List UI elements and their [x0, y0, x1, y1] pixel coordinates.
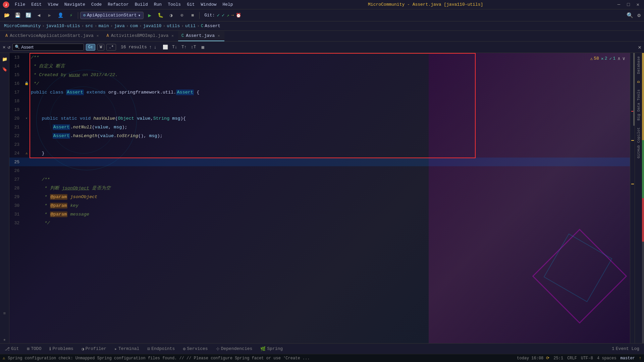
- scroll-thumb[interactable]: [633, 53, 635, 126]
- tab-assert-close[interactable]: ✕: [217, 33, 221, 38]
- scroll-gutter[interactable]: [630, 53, 635, 343]
- bc-util[interactable]: util: [185, 23, 196, 28]
- bottom-tab-dependencies[interactable]: ⊹ Dependencies: [214, 346, 255, 352]
- bottom-tab-eventlog[interactable]: 1 Event Log: [610, 346, 641, 352]
- bottom-tab-git[interactable]: ⎇ Git: [3, 346, 21, 352]
- lock-icon-16: 🔒: [24, 81, 29, 85]
- editor-area[interactable]: ⚠ 58 ✕ 2 ✓ 1 ∧ ∨ 13 /**: [9, 53, 630, 343]
- bottom-tab-problems-label: Problems: [52, 346, 73, 351]
- maximize-button[interactable]: □: [625, 1, 632, 8]
- status-position[interactable]: 25:1: [553, 356, 563, 361]
- menu-navigate[interactable]: Navigate: [62, 1, 88, 8]
- chevron-up-icon[interactable]: ∧: [618, 56, 620, 61]
- close-button[interactable]: ✕: [635, 1, 641, 8]
- bc-java110[interactable]: java110: [143, 23, 162, 28]
- far-right-panel: Database D Big Data Tools GitHub Copilot: [635, 53, 642, 343]
- case-sensitive-toggle[interactable]: Cc: [86, 44, 95, 51]
- regex-toggle[interactable]: .*: [106, 44, 116, 51]
- debug-button[interactable]: 🐛: [156, 11, 165, 20]
- bottom-tab-problems[interactable]: ℹ Problems: [47, 346, 75, 352]
- status-encoding[interactable]: UTF-8: [581, 356, 593, 361]
- code-container[interactable]: ⚠ 58 ✕ 2 ✓ 1 ∧ ∨ 13 /**: [9, 53, 630, 343]
- search-close-button[interactable]: ✕: [3, 44, 5, 50]
- menu-window[interactable]: Window: [198, 1, 219, 8]
- nav-button[interactable]: ⚡: [66, 11, 76, 20]
- bc-module[interactable]: java110-utils: [46, 23, 80, 28]
- menu-code[interactable]: Code: [89, 1, 104, 8]
- forward-button[interactable]: ▶: [45, 11, 54, 20]
- open-file-button[interactable]: 📂: [2, 11, 11, 20]
- bookmark-icon[interactable]: 🔖: [1, 66, 8, 73]
- stop-button[interactable]: ■: [188, 11, 197, 20]
- bottom-tab-spring[interactable]: 🌿 Spring: [258, 346, 285, 352]
- bottom-tab-terminal[interactable]: ▸ Terminal: [112, 346, 141, 352]
- bigdata-panel-tab[interactable]: Big Data Tools: [636, 86, 642, 124]
- tab-activities[interactable]: A ActivitiesBMOImpl.java ✕: [103, 31, 178, 41]
- bottom-tab-endpoints[interactable]: ⊡ Endpoints: [145, 346, 177, 352]
- bc-utils[interactable]: utils: [167, 23, 180, 28]
- bc-src[interactable]: src: [85, 23, 93, 28]
- coverage-button[interactable]: ◑: [166, 11, 176, 20]
- tab-activities-close[interactable]: ✕: [170, 33, 175, 38]
- search-panel-close[interactable]: ✕: [638, 44, 641, 51]
- tab-acct-close[interactable]: ✕: [96, 33, 100, 38]
- wrap-lines-button[interactable]: ⬜: [161, 43, 169, 51]
- tab-assert[interactable]: C Assert.java ✕: [178, 31, 224, 41]
- maven-panel-tab[interactable]: D: [636, 77, 642, 86]
- menu-file[interactable]: File: [12, 1, 28, 8]
- sync-button[interactable]: 🔄: [23, 11, 33, 20]
- menu-edit[interactable]: Edit: [29, 1, 44, 8]
- search-refresh-button[interactable]: ↺: [7, 44, 10, 50]
- bottom-tab-todo[interactable]: ⊞ TODO: [25, 346, 43, 352]
- menu-refactor[interactable]: Refactor: [105, 1, 131, 8]
- git-history-icon[interactable]: ⏰: [236, 13, 241, 18]
- status-line-ending[interactable]: CRLF: [567, 356, 577, 361]
- menu-tools[interactable]: Tools: [165, 1, 183, 8]
- window-title: MicroCommunity - Assert.java [java110-ut…: [236, 2, 615, 7]
- bc-microcommunity[interactable]: MicroCommunity: [4, 23, 41, 28]
- bc-main[interactable]: main: [98, 23, 109, 28]
- minimize-button[interactable]: ─: [615, 1, 622, 8]
- search-prev-button[interactable]: ↑: [149, 45, 152, 50]
- whole-word-toggle[interactable]: W: [97, 44, 104, 51]
- chevron-down-icon[interactable]: ∨: [623, 56, 625, 61]
- search-input[interactable]: [21, 45, 82, 50]
- preserve-case-button[interactable]: ↕T: [190, 43, 198, 51]
- bc-java[interactable]: java: [114, 23, 125, 28]
- database-panel-tab[interactable]: Database: [636, 53, 642, 77]
- global-search-icon[interactable]: 🔍: [625, 11, 635, 20]
- highlight-button[interactable]: ▦: [199, 43, 207, 51]
- tab-acct[interactable]: A AcctServiceApplicationStart.java ✕: [2, 31, 103, 41]
- menu-git[interactable]: Git: [184, 1, 197, 8]
- settings-icon[interactable]: ⚙: [636, 11, 642, 20]
- git-update-icon[interactable]: →: [231, 13, 234, 18]
- search-next-button[interactable]: ↓: [154, 45, 156, 50]
- menu-help[interactable]: Help: [220, 1, 235, 8]
- fold-icon-20[interactable]: ▾: [25, 116, 28, 120]
- user-button[interactable]: 👤: [56, 11, 65, 20]
- status-indent[interactable]: 4 spaces: [597, 356, 616, 361]
- bc-com[interactable]: com: [130, 23, 138, 28]
- project-panel-icon[interactable]: 📁: [1, 56, 8, 63]
- git-push-icon[interactable]: ↗: [226, 13, 229, 18]
- filter-button[interactable]: T↓: [171, 43, 179, 51]
- menu-build[interactable]: Build: [132, 1, 151, 8]
- git-check-icon[interactable]: ✓: [217, 12, 220, 18]
- git-check2-icon[interactable]: ✓: [222, 12, 224, 18]
- save-button[interactable]: 💾: [13, 11, 22, 20]
- run-button[interactable]: ▶: [145, 11, 154, 20]
- bottom-tab-profiler[interactable]: ◑ Profiler: [79, 346, 108, 352]
- back-button[interactable]: ◀: [34, 11, 44, 20]
- menu-run[interactable]: Run: [151, 1, 164, 8]
- status-branch[interactable]: master: [621, 356, 635, 361]
- menu-view[interactable]: View: [45, 1, 61, 8]
- favorites-icon[interactable]: ★: [1, 336, 8, 343]
- bottom-tab-services[interactable]: ⚙ Services: [181, 346, 210, 352]
- structure-icon[interactable]: ≡: [1, 310, 8, 317]
- run-config-selector[interactable]: ⚙ ApiApplicationStart ▾: [80, 12, 144, 19]
- copilot-panel-tab[interactable]: GitHub Copilot: [636, 124, 642, 162]
- profiler-button[interactable]: ⊙: [177, 11, 186, 20]
- line-content-24: }: [30, 151, 630, 156]
- line-content-27: /**: [30, 177, 630, 182]
- filter2-button[interactable]: T↑: [180, 43, 188, 51]
